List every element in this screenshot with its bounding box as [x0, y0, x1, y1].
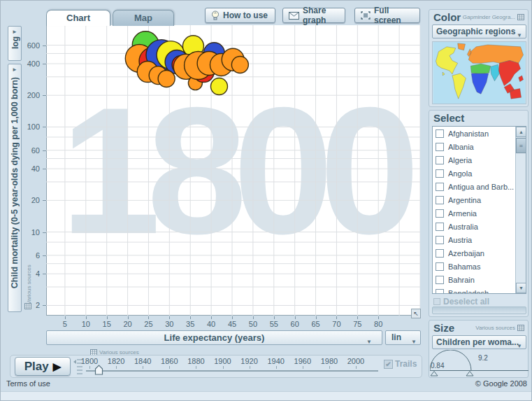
country-checkbox[interactable] [436, 289, 444, 295]
country-checkbox[interactable] [436, 223, 444, 231]
country-bubble[interactable] [210, 78, 227, 95]
country-checkbox[interactable] [436, 262, 444, 271]
country-checkbox[interactable] [436, 236, 444, 244]
country-checkbox[interactable] [436, 196, 444, 204]
country-checkbox[interactable] [436, 156, 444, 164]
country-checkbox[interactable] [436, 276, 444, 284]
country-list-item[interactable]: Austria [433, 233, 526, 246]
how-to-use-label: How to use [223, 10, 268, 20]
play-button[interactable]: Play ▶ [15, 357, 71, 376]
country-list[interactable]: AfghanistanAlbaniaAlgeriaAngolaAntigua a… [432, 126, 526, 294]
country-list-item[interactable]: Antigua and Barb... [433, 180, 526, 193]
x-axis-indicator-dropdown[interactable]: Life expectancy (years) ▼ [46, 330, 382, 345]
data-grid-icon[interactable] [517, 325, 524, 331]
y-tick-mark [43, 150, 46, 151]
world-map-legend[interactable] [432, 41, 526, 104]
gauge-max-marker[interactable] [466, 372, 473, 377]
timeline-year-label[interactable]: 1920 [237, 357, 262, 365]
country-list-item[interactable]: Bahamas [433, 260, 526, 273]
y-tick-mark [43, 274, 46, 274]
country-checkbox[interactable] [436, 169, 444, 178]
country-checkbox[interactable] [436, 183, 444, 191]
timeline-year-tick [329, 366, 330, 369]
timeline-year-label[interactable]: 2000 [343, 357, 368, 365]
country-list-item[interactable]: Australia [433, 220, 526, 233]
country-label: Australia [448, 223, 478, 231]
map-north-africa-mideast [470, 64, 490, 74]
tab-chart[interactable]: Chart [46, 10, 110, 26]
size-gauge[interactable]: 9.2 0.84 [430, 350, 529, 378]
scroll-down-icon[interactable]: ▼ [516, 283, 526, 293]
size-indicator-dropdown[interactable]: Children per woma... ▼ [432, 335, 526, 349]
timeline-year-label[interactable]: 1940 [264, 357, 289, 365]
country-list-item[interactable]: Algeria [433, 153, 526, 167]
timeline-track[interactable] [86, 370, 378, 372]
gauge-min-marker[interactable] [431, 372, 438, 377]
scroll-up-icon[interactable]: ▲ [516, 127, 526, 137]
y-tick-label: 200 [22, 91, 40, 99]
country-label: Antigua and Barb... [448, 183, 514, 191]
y-tick-label: 600 [22, 41, 40, 50]
map-europe-russia [467, 45, 523, 63]
country-list-item[interactable]: Azerbaijan [433, 246, 526, 260]
y-axis-indicator-dropdown[interactable]: ► Child mortality (0-5 year-olds dying p… [8, 64, 22, 312]
country-checkbox[interactable] [436, 143, 444, 151]
opacity-slider[interactable] [432, 307, 526, 314]
x-scale-dropdown[interactable]: lin ▼ [385, 330, 421, 345]
country-list-scrollbar[interactable]: ▲ = ▼ [515, 127, 526, 293]
play-label: Play [24, 360, 49, 374]
checkbox-checked-icon: ✔ [384, 360, 393, 369]
full-screen-button[interactable]: Full screen [354, 8, 420, 23]
timeline-thumb[interactable] [94, 365, 103, 375]
tab-map[interactable]: Map [113, 10, 174, 26]
share-graph-button[interactable]: Share graph [282, 8, 345, 23]
country-checkbox[interactable] [436, 249, 444, 258]
size-panel-title: Size [433, 322, 454, 334]
color-indicator-dropdown[interactable]: Geographic regions ▼ [432, 24, 526, 38]
timeline-year-label[interactable]: 1840 [130, 357, 155, 365]
terms-of-use-link[interactable]: Terms of use [6, 379, 50, 388]
country-list-item[interactable]: Bangladesh [433, 286, 526, 294]
y-tick-label: 10 [22, 228, 40, 237]
x-tick-mark [107, 316, 108, 319]
scrollbar-thumb[interactable]: = [516, 138, 526, 153]
x-tick-mark [232, 316, 233, 319]
how-to-use-button[interactable]: How to use [205, 8, 275, 23]
timeline-year-label[interactable]: 1860 [157, 357, 182, 365]
dropdown-arrow-icon: ▼ [366, 335, 372, 349]
y-scale-dropdown[interactable]: ► log [8, 26, 22, 61]
country-list-item[interactable]: Angola [433, 167, 526, 180]
timeline-year-tick [196, 366, 196, 369]
timeline-year-label[interactable]: 1800 [77, 357, 102, 365]
x-tick-mark [190, 316, 191, 319]
y-tick-label: 60 [22, 146, 40, 155]
timeline-year-tick [143, 366, 143, 369]
timeline-year-label[interactable]: 1900 [210, 357, 236, 365]
country-list-item[interactable]: Afghanistan [433, 127, 526, 140]
data-grid-icon[interactable] [517, 14, 524, 20]
country-bubble[interactable] [231, 56, 248, 73]
country-checkbox[interactable] [436, 129, 444, 138]
x-tick-mark [169, 316, 170, 319]
timeline-year-label[interactable]: 1880 [183, 357, 208, 365]
country-label: Bahrain [448, 276, 475, 284]
timeline-year-label[interactable]: 1820 [103, 357, 129, 365]
country-checkbox[interactable] [436, 209, 444, 218]
reset-zoom-icon[interactable]: ↖ [411, 309, 421, 318]
trails-checkbox[interactable]: ✔ Trails [384, 359, 417, 369]
country-list-item[interactable]: Bahrain [433, 273, 526, 286]
country-bubble[interactable] [158, 70, 175, 87]
y-tick-label: 100 [22, 122, 40, 131]
x-tick-mark [336, 316, 337, 319]
timeline-year-tick [250, 366, 250, 369]
bubble-chart[interactable] [46, 25, 420, 316]
full-screen-label: Full screen [374, 6, 414, 25]
country-list-item[interactable]: Armenia [433, 206, 526, 220]
y-tick-mark [43, 64, 46, 64]
country-list-item[interactable]: Argentina [433, 193, 526, 206]
tab-chart-label: Chart [66, 13, 90, 23]
timeline-year-label[interactable]: 1960 [290, 357, 315, 365]
deselect-all-button[interactable]: Deselect all [433, 297, 489, 307]
country-list-item[interactable]: Albania [433, 140, 526, 153]
timeline-year-label[interactable]: 1980 [317, 357, 342, 365]
